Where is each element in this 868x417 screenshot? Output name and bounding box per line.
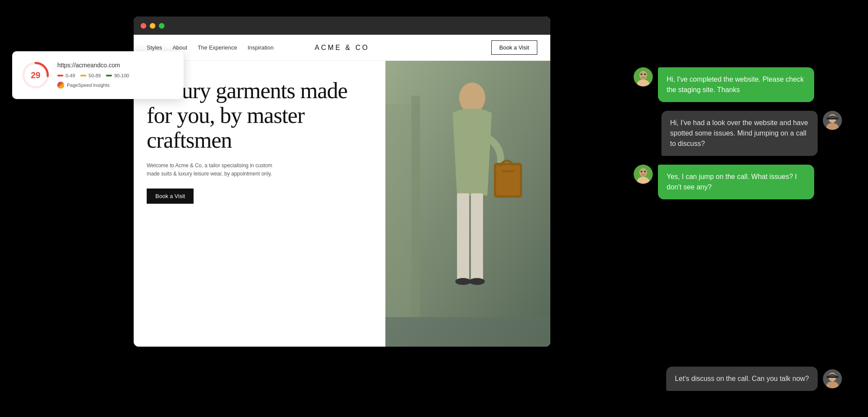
hero-person-figure bbox=[385, 61, 550, 347]
nav-link-experience[interactable]: The Experience bbox=[197, 44, 237, 51]
score-ring: 29 bbox=[21, 60, 50, 90]
chat-message-2: Hi, I've had a look over the website and… bbox=[634, 111, 842, 156]
pagespeed-tool-name: PageSpeed Insights bbox=[67, 83, 109, 88]
svg-point-22 bbox=[830, 118, 832, 119]
avatar-sender-1 bbox=[634, 67, 653, 86]
score-range-mid: 50-89 bbox=[80, 73, 101, 78]
score-ranges: 0-49 50-89 90-100 bbox=[57, 73, 175, 78]
chat-message-1: Hi, I've completed the website. Please c… bbox=[634, 67, 842, 102]
browser-chrome bbox=[134, 17, 550, 35]
hero-image bbox=[385, 61, 550, 347]
chat-bubble-3: Yes, I can jump on the call. What issues… bbox=[658, 165, 814, 199]
site-logo: ACME & CO bbox=[315, 44, 369, 52]
range-dot-red bbox=[57, 75, 63, 76]
pagespeed-logo-icon bbox=[57, 82, 64, 89]
avatar-icon-2 bbox=[823, 111, 842, 130]
svg-point-28 bbox=[644, 171, 646, 172]
nav-link-styles[interactable]: Styles bbox=[147, 44, 162, 51]
avatar-sender-3 bbox=[634, 165, 653, 184]
score-range-high: 90-100 bbox=[106, 73, 129, 78]
svg-point-33 bbox=[830, 376, 832, 377]
svg-point-6 bbox=[455, 278, 471, 285]
pagespeed-card: 29 https://acmeandco.com 0-49 50-89 90-1… bbox=[12, 51, 184, 99]
svg-point-25 bbox=[639, 168, 647, 177]
pagespeed-label: PageSpeed Insights bbox=[57, 82, 175, 89]
browser-window: Styles About The Experience Inspiration … bbox=[134, 17, 550, 347]
chat-container: Hi, I've completed the website. Please c… bbox=[634, 67, 842, 199]
avatar-sender-4 bbox=[823, 369, 842, 388]
avatar-icon-1 bbox=[634, 67, 653, 86]
chat-message-4: Let's discuss on the call. Can you talk … bbox=[666, 367, 842, 391]
traffic-light-maximize[interactable] bbox=[159, 23, 164, 29]
svg-point-16 bbox=[641, 73, 642, 75]
svg-point-7 bbox=[469, 278, 485, 285]
hero-subtitle: Welcome to Acme & Co, a tailor specialis… bbox=[147, 162, 286, 178]
traffic-light-minimize[interactable] bbox=[150, 23, 155, 29]
chat-message-3: Yes, I can jump on the call. What issues… bbox=[634, 165, 842, 199]
site-nav: Styles About The Experience Inspiration … bbox=[134, 35, 550, 61]
svg-point-34 bbox=[834, 376, 835, 377]
hero-book-visit-button[interactable]: Book a Visit bbox=[147, 189, 194, 204]
pagespeed-info: https://acmeandco.com 0-49 50-89 90-100 … bbox=[57, 62, 175, 89]
range-label-mid: 50-89 bbox=[89, 73, 101, 78]
hero-text: Luxury garments made for you, by master … bbox=[134, 61, 385, 347]
svg-rect-32 bbox=[826, 376, 838, 378]
traffic-light-close[interactable] bbox=[141, 23, 146, 29]
svg-point-23 bbox=[834, 118, 835, 119]
nav-link-inspiration[interactable]: Inspiration bbox=[247, 44, 273, 51]
range-label-high: 90-100 bbox=[114, 73, 129, 78]
nav-link-about[interactable]: About bbox=[172, 44, 187, 51]
svg-point-27 bbox=[641, 171, 642, 172]
svg-point-17 bbox=[644, 73, 646, 75]
score-range-low: 0-49 bbox=[57, 73, 75, 78]
chat-bubble-4: Let's discuss on the call. Can you talk … bbox=[666, 367, 818, 391]
website-content: Styles About The Experience Inspiration … bbox=[134, 35, 550, 347]
range-dot-green bbox=[106, 75, 112, 76]
svg-rect-5 bbox=[471, 193, 483, 280]
svg-rect-9 bbox=[496, 165, 520, 195]
person-svg bbox=[385, 61, 550, 317]
nav-book-visit-button[interactable]: Book a Visit bbox=[491, 40, 537, 55]
svg-point-3 bbox=[459, 83, 485, 113]
avatar-icon-3 bbox=[634, 165, 653, 184]
site-hero: Luxury garments made for you, by master … bbox=[134, 61, 550, 347]
nav-links: Styles About The Experience Inspiration bbox=[147, 44, 273, 51]
svg-rect-10 bbox=[502, 170, 515, 172]
score-number: 29 bbox=[31, 70, 40, 80]
chat-bubble-2: Hi, I've had a look over the website and… bbox=[661, 111, 818, 156]
pagespeed-url: https://acmeandco.com bbox=[57, 62, 175, 69]
chat-bubble-1: Hi, I've completed the website. Please c… bbox=[658, 67, 814, 102]
svg-rect-21 bbox=[826, 118, 838, 119]
svg-rect-2 bbox=[411, 96, 420, 317]
range-dot-yellow bbox=[80, 75, 86, 76]
svg-point-14 bbox=[639, 71, 647, 79]
svg-rect-4 bbox=[457, 193, 469, 280]
avatar-sender-2 bbox=[823, 111, 842, 130]
range-label-low: 0-49 bbox=[66, 73, 75, 78]
